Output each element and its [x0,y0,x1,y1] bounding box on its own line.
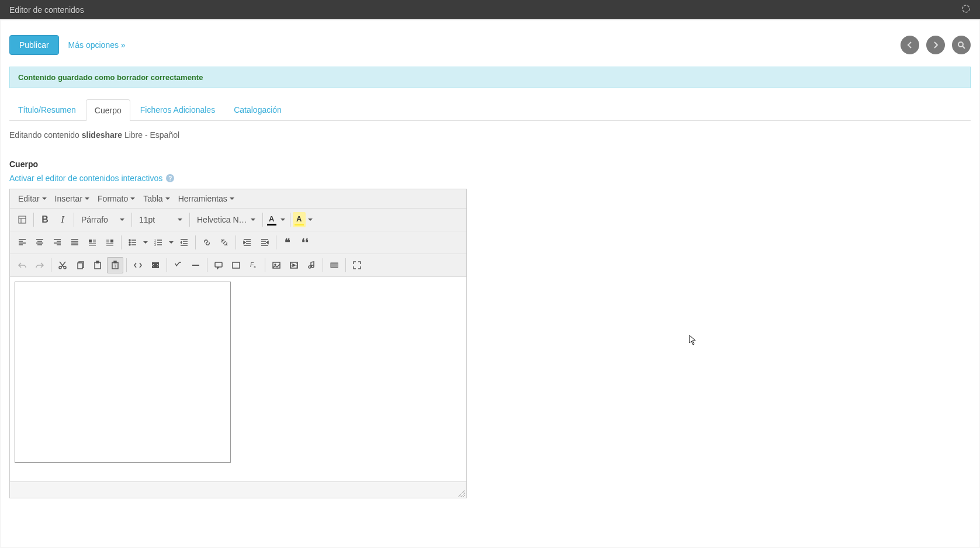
chevron-down-icon [130,197,135,200]
menu-edit[interactable]: Editar [15,192,50,206]
align-left-button[interactable] [14,234,30,251]
indent-right-button[interactable] [257,234,273,251]
numbered-list-button[interactable]: 123 [150,234,167,251]
fullscreen-button[interactable] [349,257,365,273]
bullet-list-dropdown[interactable] [141,234,150,251]
menu-format[interactable]: Formato [94,192,138,206]
chevron-down-icon [308,218,313,221]
svg-point-11 [59,266,61,269]
font-family-select[interactable]: Helvetica N… [192,213,260,227]
section-heading: Cuerpo [1,149,979,171]
svg-rect-4 [110,240,113,242]
font-size-select[interactable]: 11pt [134,213,187,227]
cut-button[interactable] [54,257,71,273]
action-bar: Publicar Más opciones » [1,29,979,61]
tab-catalogacion[interactable]: Catalogación [225,99,290,120]
rich-text-editor: Editar Insertar Formato Tabla Herramient… [9,189,467,498]
app-title: Editor de contenidos [9,5,84,15]
audio-button[interactable] [303,257,320,273]
svg-point-6 [129,242,130,243]
bold-button[interactable]: B [37,211,53,228]
svg-rect-20 [215,262,222,267]
resize-handle[interactable] [458,490,465,497]
svg-rect-17 [114,261,116,263]
align-justify-button[interactable] [67,234,83,251]
code-button[interactable] [130,257,146,273]
redo-button[interactable] [32,257,48,273]
media-button[interactable] [286,257,302,273]
svg-rect-3 [89,240,92,242]
paste-button[interactable] [89,257,106,273]
special-char-button[interactable] [326,257,342,273]
embedded-content-placeholder[interactable] [15,282,231,463]
format-select[interactable]: Párrafo [77,213,129,227]
svg-point-1 [958,42,963,47]
image-button[interactable] [268,257,285,273]
editor-content-area[interactable] [10,277,466,481]
float-right-button[interactable] [102,234,118,251]
formula-button[interactable] [170,257,186,273]
help-icon[interactable]: ? [166,174,174,182]
title-bar: Editor de contenidos [0,0,980,19]
align-right-button[interactable] [49,234,65,251]
horizontal-rule-button[interactable] [188,257,204,273]
indent-left-button[interactable] [239,234,255,251]
copy-button[interactable] [72,257,88,273]
svg-rect-2 [19,216,26,223]
loading-icon [961,4,971,15]
align-center-button[interactable] [32,234,48,251]
tab-cuerpo[interactable]: Cuerpo [86,99,130,121]
chevron-down-icon [178,218,182,221]
bullet-list-button[interactable] [124,234,141,251]
chevron-down-icon [85,197,89,200]
menu-tools[interactable]: Herramientas [175,192,238,206]
chevron-down-icon [230,197,234,200]
pullquote-button[interactable]: ❛❛ [297,234,313,251]
svg-text:T: T [114,264,117,268]
svg-rect-19 [152,262,159,268]
code-block-button[interactable] [147,257,164,273]
chevron-down-icon [42,197,47,200]
svg-point-12 [64,266,66,269]
comment-button[interactable] [210,257,227,273]
svg-point-7 [129,244,130,245]
next-button[interactable] [926,36,945,54]
prev-button[interactable] [901,36,919,54]
outdent-button[interactable] [176,234,192,251]
editing-breadcrumb: Editando contenido slideshare Libre - Es… [1,121,979,149]
chevron-down-icon [251,218,255,221]
svg-point-5 [129,240,130,241]
more-options-link[interactable]: Más opciones » [68,40,126,50]
blockquote-button[interactable]: ❝ [279,234,296,251]
svg-point-0 [962,5,969,12]
text-color-button[interactable]: A [265,212,288,227]
template-icon[interactable] [14,211,30,228]
search-button[interactable] [952,36,971,54]
chevron-down-icon [281,218,285,221]
link-button[interactable] [199,234,215,251]
editor-toolbar-1: B I Párrafo 11pt Helvetica N… A A [10,209,466,231]
menu-insert[interactable]: Insertar [51,192,93,206]
publish-button[interactable]: Publicar [9,35,59,55]
svg-point-25 [275,264,276,265]
activate-interactive-editor-link[interactable]: Activar el editor de contenidos interact… [1,171,979,189]
svg-rect-15 [96,261,99,263]
bg-color-button[interactable]: A [293,212,315,227]
chevron-down-icon [120,218,124,221]
undo-button[interactable] [14,257,30,273]
editor-menubar: Editar Insertar Formato Tabla Herramient… [10,189,466,209]
page-body: Publicar Más opciones » Contenido guarda… [1,20,979,547]
success-alert: Contenido guardado como borrador correct… [9,67,971,88]
tab-ficheros-adicionales[interactable]: Ficheros Adicionales [131,99,224,120]
paste-text-button[interactable]: T [107,257,123,273]
float-left-button[interactable] [84,234,101,251]
container-button[interactable] [228,257,244,273]
clear-format-button[interactable]: Fx [245,257,262,273]
svg-text:3: 3 [154,243,156,247]
italic-button[interactable]: I [54,211,71,228]
tab-titulo-resumen[interactable]: Título/Resumen [9,99,85,120]
menu-table[interactable]: Tabla [140,192,173,206]
svg-rect-13 [78,263,82,269]
unlink-button[interactable] [216,234,233,251]
numbered-list-dropdown[interactable] [167,234,175,251]
